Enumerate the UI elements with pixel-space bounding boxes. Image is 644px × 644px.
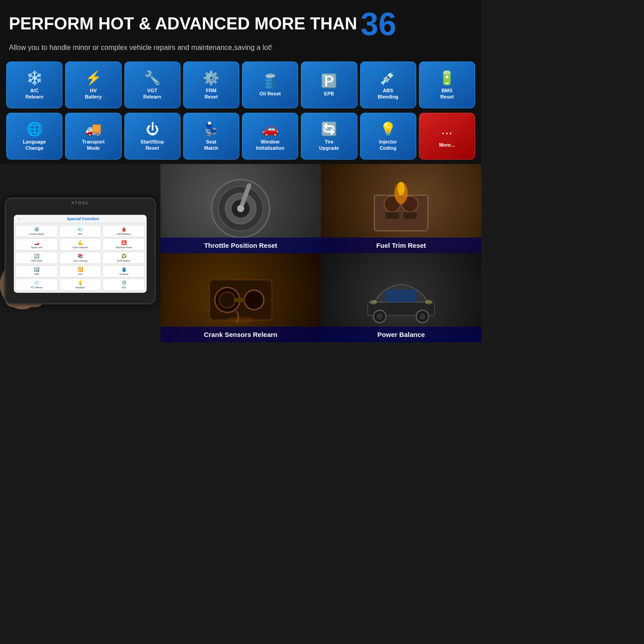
oil-reset-icon: 🛢️ [262,74,279,88]
hv-battery-label: HVBattery [85,87,102,100]
feature-tile-abs-bleeding[interactable]: 💉ABSBleeding [360,62,416,108]
start-stop-reset-icon: ⏻ [146,123,159,136]
feature-tile-window-init[interactable]: 🚗WindowInitialization [242,113,298,160]
bottom-section: XTOOL ← Special Function ⚙️Gearbox Match… [0,164,481,342]
device-mockup: XTOOL ← Special Function ⚙️Gearbox Match… [4,197,156,309]
screen-item[interactable]: ⚙️Gearbox Match [16,225,58,237]
abs-bleeding-label: ABSBleeding [377,87,398,100]
tire-upgrade-icon: 🔄 [321,123,337,136]
svg-rect-26 [386,290,417,302]
screen-item[interactable]: 💡Headlight [59,279,102,291]
feature-tile-epb[interactable]: 🅿️EPB [301,62,357,108]
bms-reset-label: BMSReset [440,87,454,100]
vgt-relearn-icon: 🔧 [144,71,160,85]
svg-point-28 [425,300,432,304]
language-change-icon: 🌐 [26,123,43,136]
hv-battery-icon: ⚡ [85,71,102,85]
fuel-trim-label: Fuel Trim Reset [321,238,481,254]
screen-item[interactable]: 🅿️EPB [16,265,58,277]
fuel-trim-svg [361,173,441,244]
ac-relearn-label: A/CRelearn [25,87,43,100]
screen-item[interactable]: 🔄FRM Reset [16,252,58,264]
throttle-svg [201,173,281,244]
svg-point-17 [219,292,235,308]
fuel-trim-feature: Fuel Trim Reset [321,164,481,253]
start-stop-reset-label: Start/StopReset [140,139,164,152]
transport-mode-icon: 🚚 [85,123,102,136]
screen-item[interactable]: 📚Gear Learning [59,252,102,264]
svg-point-18 [244,290,264,310]
headline: PERFORM HOT & ADVANCED MORE THAN 36 [9,8,472,40]
screen-item[interactable]: 💪Clutch Adaption [59,238,102,250]
screen-header: ← Special Function [14,215,147,223]
feature-tile-language-change[interactable]: 🌐LanguageChange [6,113,62,160]
device-body: XTOOL ← Special Function ⚙️Gearbox Match… [4,197,156,304]
power-balance-label: Power Balance [321,327,481,343]
feature-tile-injector-coding[interactable]: 💡InjectorCoding [360,113,416,160]
injector-coding-label: InjectorCoding [379,139,397,152]
screen-grid: ⚙️Gearbox Match💨DPF🩸ABS Bleeding🏎️Speed … [14,223,147,292]
epb-label: EPB [324,90,334,97]
screen-item[interactable]: 🛡️SRS [103,279,145,291]
vgt-relearn-label: VGTRelearn [143,87,161,100]
bms-reset-icon: 🔋 [439,71,455,85]
screen-item[interactable]: 🩸ABS Bleeding [103,225,145,237]
power-balance-feature: Power Balance [321,253,481,342]
svg-point-27 [370,300,377,304]
feature-tile-transport-mode[interactable]: 🚚TransportMode [65,113,121,160]
window-init-icon: 🚗 [262,123,279,136]
feature-tile-more[interactable]: ···More... [419,113,475,160]
feature-tile-oil-reset[interactable]: 🛢️Oil Reset [242,62,298,108]
screen-item[interactable]: 🛢️Oil Reset [103,265,145,277]
feature-tile-frm-reset[interactable]: ⚙️FRMReset [183,62,239,108]
more-icon: ··· [441,126,452,139]
injector-coding-icon: 💡 [380,123,396,136]
svg-point-7 [237,205,244,212]
language-change-label: LanguageChange [23,139,46,152]
feature-tile-seat-match[interactable]: 💺SeatMatch [183,113,239,160]
feature-tile-ac-relearn[interactable]: ❄️A/CRelearn [6,62,62,108]
power-svg [361,262,441,333]
abs-bleeding-icon: 💉 [380,71,396,85]
brand-label: XTOOL [6,199,155,205]
frm-reset-label: FRMReset [205,87,218,100]
device-photo: XTOOL ← Special Function ⚙️Gearbox Match… [0,164,160,342]
screen-item[interactable]: 🅰️Stop/Start Reset [103,238,145,250]
features-grid-row2: 🌐LanguageChange🚚TransportMode⏻Start/Stop… [0,113,481,164]
throttle-label: Throttle Position Reset [160,238,321,254]
screen-item[interactable]: 🔁SAS [59,265,102,277]
headline-number: 36 [361,8,396,40]
svg-rect-12 [403,212,417,219]
svg-point-14 [398,182,405,195]
svg-rect-19 [234,298,245,302]
subheadline: Allow you to handle minor or complex veh… [9,43,472,53]
device-screen: ← Special Function ⚙️Gearbox Match💨DPF🩸A… [14,215,147,293]
feature-tile-bms-reset[interactable]: 🔋BMSReset [419,62,475,108]
svg-point-25 [419,313,426,320]
feature-tile-tire-upgrade[interactable]: 🔄TireUpgrade [301,113,357,160]
screen-item[interactable]: 🏎️Speed Limit [16,238,58,250]
crank-svg [201,262,281,333]
screen-item[interactable]: ♻️EGR Relearn [103,252,145,264]
feature-tile-vgt-relearn[interactable]: 🔧VGTRelearn [124,62,180,108]
svg-point-20 [227,316,254,324]
screen-item[interactable]: 💨DPF [59,225,102,237]
epb-icon: 🅿️ [321,74,337,88]
features-grid-row1: ❄️A/CRelearn⚡HVBattery🔧VGTRelearn⚙️FRMRe… [0,57,481,113]
oil-reset-label: Oil Reset [259,90,281,97]
headline-text: PERFORM HOT & ADVANCED MORE THAN [9,15,357,33]
tire-upgrade-label: TireUpgrade [319,139,339,152]
transport-mode-label: TransportMode [82,139,105,152]
screen-item[interactable]: ❄️A/C Relearn [16,279,58,291]
feature-tile-start-stop-reset[interactable]: ⏻Start/StopReset [124,113,180,160]
screen-title: Special Function [23,217,143,221]
frm-reset-icon: ⚙️ [203,71,219,85]
ac-relearn-icon: ❄️ [26,71,43,85]
more-label: More... [439,142,455,148]
seat-match-label: SeatMatch [204,139,218,152]
crank-label: Crank Sensors Relearn [160,327,321,343]
svg-rect-11 [386,212,399,219]
svg-point-23 [377,313,383,320]
feature-tile-hv-battery[interactable]: ⚡HVBattery [65,62,121,108]
header-section: PERFORM HOT & ADVANCED MORE THAN 36 Allo… [0,0,481,57]
